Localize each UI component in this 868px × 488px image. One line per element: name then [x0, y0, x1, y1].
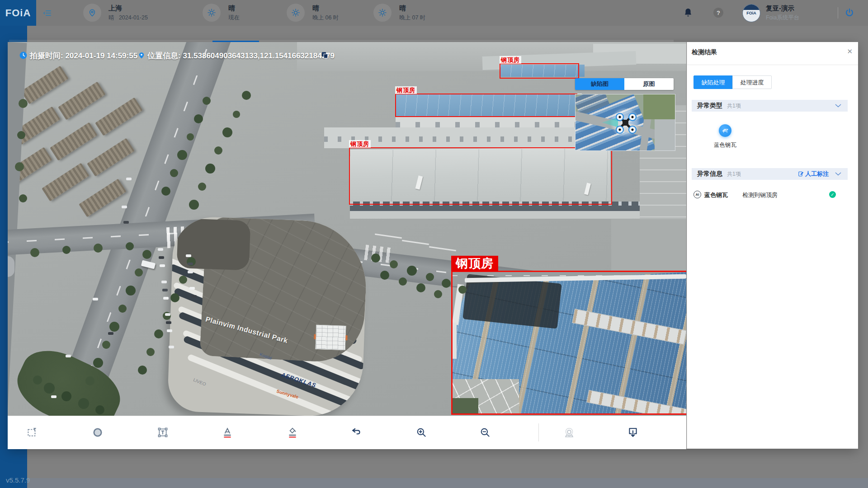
section-anomaly-type: 异常类型 共1项 — [692, 100, 848, 112]
text-tool-icon[interactable] — [157, 427, 169, 438]
forecast-0-weather: 晴 — [228, 4, 235, 13]
section-count: 共1项 — [727, 102, 741, 110]
apartment-tower — [42, 163, 90, 201]
minimap[interactable] — [575, 94, 675, 151]
minimap-field — [643, 94, 675, 119]
forecast-2-weather: 晴 — [399, 4, 406, 13]
original-view-button[interactable]: 原图 — [624, 78, 674, 90]
avatar[interactable]: FOiA — [742, 4, 760, 22]
blue-steel-roof-icon — [719, 124, 731, 137]
defect-type-label: 蓝色钢瓦 — [712, 141, 738, 149]
sun-icon — [203, 4, 221, 22]
copy-icon[interactable] — [321, 51, 329, 61]
topbar-divider — [838, 7, 838, 19]
image-viewer[interactable]: Plainvim Industrial Park Kostal AEROKLAS… — [8, 42, 686, 416]
facade-band — [187, 354, 368, 416]
coordinates-label: 位置信息: 31.538604903643133,121.15416632184… — [147, 51, 335, 61]
annotation-toolbar — [8, 416, 686, 449]
apartment-tower — [58, 81, 106, 120]
defect-type-item[interactable]: 蓝色钢瓦 — [712, 124, 738, 149]
defect-info-row[interactable]: AI 蓝色钢瓦 检测到钢顶房 ✓ — [687, 190, 858, 200]
undo-icon[interactable] — [351, 427, 363, 438]
divider — [687, 65, 858, 65]
user-name: 复亚-演示 — [766, 4, 794, 13]
tab-defect-handling[interactable]: 缺陷处理 — [693, 75, 733, 89]
rect-select-tool-icon[interactable] — [26, 427, 38, 438]
crosswalk — [364, 244, 393, 263]
detection-box-label: 钢顶房 — [500, 56, 521, 64]
ellipse-tool-icon[interactable] — [92, 427, 104, 438]
detection-box-label: 钢顶房 — [451, 256, 498, 272]
view-toggle: 缺陷图 原图 — [575, 78, 674, 90]
manual-annotate-button[interactable]: 人工标注 — [798, 170, 829, 178]
apartment-tower — [95, 97, 143, 136]
logout-power-icon[interactable] — [844, 8, 854, 18]
warehouse-wall — [396, 116, 583, 127]
help-icon[interactable]: ? — [713, 8, 723, 18]
zoom-in-icon[interactable] — [415, 427, 427, 438]
apartment-tower — [79, 178, 127, 217]
manual-annotate-label: 人工标注 — [805, 170, 829, 178]
parked-cars — [8, 42, 13, 45]
locate-pin-icon[interactable] — [563, 427, 575, 438]
detection-box-label: 钢顶房 — [395, 86, 417, 94]
chevron-down-icon[interactable] — [835, 172, 841, 176]
tenant-sign: LIVEO — [193, 377, 207, 387]
ai-icon: AI — [693, 191, 701, 198]
rooftop-unit — [316, 325, 346, 350]
city-label: 上海 — [108, 4, 122, 13]
clock-icon — [19, 51, 28, 61]
close-icon[interactable]: ✕ — [847, 47, 853, 56]
date-label: 2024-01-25 — [119, 14, 148, 21]
panel-title: 检测结果 — [692, 48, 717, 56]
footer-band — [27, 478, 868, 488]
section-anomaly-info: 异常信息 共1项 人工标注 — [692, 168, 848, 180]
detection-box[interactable]: 钢顶房 — [395, 94, 577, 117]
roof-dark-section — [177, 218, 251, 271]
section-count: 共1项 — [727, 170, 741, 178]
apartment-tower — [21, 66, 69, 104]
menu-collapse-icon[interactable] — [42, 8, 52, 19]
image-review-modal: Plainvim Industrial Park Kostal AEROKLAS… — [8, 42, 858, 449]
apartment-tower — [87, 138, 135, 176]
weather-now-label: 晴 — [108, 14, 114, 21]
export-download-icon[interactable] — [627, 427, 639, 438]
notifications-bell-icon[interactable] — [683, 7, 693, 19]
version-label: v5.5.7.9 — [6, 476, 30, 484]
detection-panel: 检测结果 ✕ 缺陷处理 处理进度 异常类型 共1项 蓝色钢瓦 异常信息 共1项 … — [687, 42, 858, 449]
sun-icon — [287, 4, 305, 22]
defect-row-desc: 检测到钢顶房 — [742, 191, 778, 199]
detection-box[interactable]: 钢顶房 — [451, 271, 686, 415]
detection-box-label: 钢顶房 — [349, 140, 371, 148]
check-icon: ✓ — [829, 191, 836, 198]
detection-box[interactable]: 钢顶房 — [500, 63, 579, 79]
city-weather-date: 晴 2024-01-25 — [108, 14, 148, 22]
font-color-tool-icon[interactable] — [222, 427, 233, 438]
app-logo: FOiA — [0, 0, 36, 26]
minimap-building — [655, 119, 675, 151]
drone-icon — [617, 114, 633, 131]
warehouse-base — [350, 211, 649, 219]
forecast-1-weather: 晴 — [312, 4, 319, 13]
defect-view-button[interactable]: 缺陷图 — [575, 78, 624, 90]
capture-time-label: 拍摄时间: 2024-01-19 14:59:55 — [30, 51, 137, 61]
tab-progress[interactable]: 处理进度 — [732, 75, 772, 89]
forecast-0-time: 现在 — [228, 14, 240, 22]
forecast-2-time: 晚上 07 时 — [399, 14, 425, 22]
sun-icon — [373, 4, 392, 22]
detection-box[interactable]: 钢顶房 — [349, 147, 612, 205]
industrial-park-building: Plainvim Industrial Park Kostal AEROKLAS… — [167, 216, 368, 416]
user-platform: Foia系统平台 — [766, 14, 799, 22]
location-pin-icon — [137, 51, 146, 61]
location-pin-icon — [83, 4, 101, 22]
toolbar-divider — [538, 423, 539, 441]
chevron-down-icon[interactable] — [835, 104, 841, 108]
fill-color-tool-icon[interactable] — [287, 427, 298, 438]
apartment-tower — [50, 122, 98, 160]
forecast-1-time: 晚上 06 时 — [312, 14, 339, 22]
defect-row-type: 蓝色钢瓦 — [704, 191, 728, 199]
topbar: FOiA 上海 晴 2024-01-25 晴 现在 晴 晚上 06 时 晴 晚上… — [0, 0, 868, 26]
zoom-out-icon[interactable] — [479, 427, 491, 438]
section-title: 异常类型 — [697, 102, 722, 110]
section-title: 异常信息 — [697, 170, 722, 178]
